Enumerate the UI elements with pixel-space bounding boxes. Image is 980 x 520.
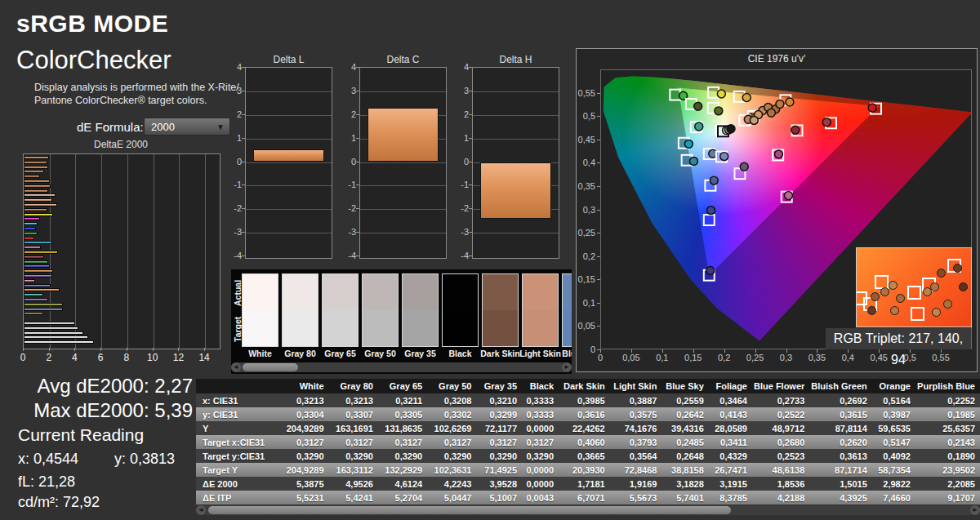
- cie-measured-point: [694, 102, 702, 110]
- deltae-bar: [24, 288, 60, 291]
- y-tick: [356, 91, 359, 91]
- table-cell: 0,3464: [709, 393, 752, 407]
- delta-c-y-tick-label: 2: [341, 109, 356, 119]
- table-row: y: CIE310,33040,33070,33050,33020,32990,…: [196, 407, 980, 421]
- page-title: ColorChecker: [16, 46, 172, 75]
- table-cell: 0,3127: [329, 435, 378, 449]
- gridline: [360, 209, 446, 210]
- cie-y-tick: [597, 140, 600, 140]
- delta-c-y-tick-label: -4: [341, 251, 356, 260]
- cie-y-tick-label: 0,25: [568, 228, 595, 238]
- table-cell: 102,6269: [427, 421, 476, 435]
- table-cell: 0,4060: [559, 435, 610, 449]
- deltae-x-tick-label: 0: [12, 352, 33, 363]
- y-tick: [469, 138, 472, 139]
- color-swatch-dark-skin: [482, 273, 519, 347]
- deltae-bar: [24, 166, 48, 169]
- cie-x-tick-label: 0,1: [648, 353, 677, 362]
- table-cell: 0,3411: [709, 435, 752, 449]
- swatch-actual: [323, 274, 358, 310]
- gridline: [246, 115, 332, 116]
- table-column-header: Black: [522, 379, 559, 393]
- deltae-bar: [24, 279, 35, 282]
- color-swatch-gray-35: [402, 273, 439, 347]
- delta-l-y-tick-label: 4: [227, 62, 242, 72]
- delta-c-y-tick-label: -1: [341, 180, 356, 189]
- gridline: [360, 185, 446, 186]
- deltae-bar: [24, 217, 40, 220]
- table-cell: 28,0589: [709, 421, 752, 435]
- table-cell: 0,1890: [915, 449, 980, 463]
- deltae-x-axis-labels: 02468101214: [23, 352, 235, 363]
- swatch-scroll-right-button[interactable]: ►: [562, 362, 572, 372]
- table-scrollbar-thumb[interactable]: [208, 506, 731, 514]
- inset-measured-point: [867, 306, 876, 315]
- table-row: Target Y204,9289163,3112132,2929102,3631…: [196, 463, 980, 477]
- table-cell: 0,3290: [329, 449, 378, 463]
- delta-l-bar: [253, 149, 323, 162]
- table-cell: 0,3575: [610, 407, 662, 421]
- table-column-header: Blue Sky: [662, 379, 708, 393]
- table-row-label: Target Y: [196, 463, 279, 477]
- swatch-label: Black: [439, 349, 482, 358]
- cie-x-tick: [631, 349, 632, 353]
- cie-y-tick-label: 0,5: [568, 111, 595, 121]
- cie-x-tick-label: 0,45: [864, 353, 893, 362]
- delta-l-y-tick-label: 0: [227, 157, 242, 167]
- swatch-actual: [283, 274, 318, 310]
- table-scrollbar[interactable]: ◄ ►: [196, 505, 980, 515]
- table-cell: 7,4660: [872, 491, 915, 504]
- table-cell: 0,2648: [662, 449, 708, 463]
- y-tick: [242, 184, 245, 185]
- table-scroll-left-button[interactable]: ◄: [196, 505, 206, 515]
- table-cell: 58,7354: [872, 463, 915, 477]
- cie-measured-point: [742, 94, 751, 102]
- table-cell: 0,3127: [279, 435, 328, 449]
- table-cell: 0,3127: [378, 435, 427, 449]
- swatch-label: White: [238, 349, 282, 358]
- delta-h-y-tick-label: -1: [454, 180, 469, 189]
- y-tick: [356, 162, 359, 162]
- table-cell: 132,2929: [378, 463, 427, 477]
- cie-y-tick: [597, 279, 600, 280]
- deltae-bar: [24, 170, 44, 173]
- table-cell: 0,3127: [427, 435, 476, 449]
- table-cell: 20,3930: [559, 463, 610, 477]
- deltae-bar: [24, 184, 51, 188]
- table-column-header: Blue Flower: [752, 379, 809, 393]
- deltae-bar: [24, 246, 41, 249]
- table-row: Target y:CIE310,32900,32900,32900,32900,…: [196, 449, 980, 463]
- deltae-gridline: [205, 154, 206, 349]
- table-cell: 0,2620: [809, 435, 871, 449]
- swatch-scrollbar-thumb[interactable]: [243, 363, 298, 371]
- cie-y-tick-label: 0: [568, 344, 595, 354]
- deltae-x-tick: [153, 348, 154, 351]
- cie-x-tick: [848, 349, 849, 353]
- table-cell: 0,3615: [809, 407, 871, 421]
- cie-y-tick: [597, 349, 600, 350]
- inset-measured-point: [930, 282, 939, 291]
- cie-y-tick-label: 0,4: [568, 158, 595, 167]
- swatch-target: [323, 310, 358, 346]
- gridline: [473, 115, 559, 116]
- cie-y-tick: [597, 303, 600, 304]
- swatch-scroll-left-button[interactable]: ◄: [231, 362, 241, 372]
- gridline: [473, 233, 559, 233]
- cd-value: 72,92: [63, 494, 100, 510]
- table-column-header: White: [279, 379, 328, 393]
- y-value: 0,3813: [130, 451, 175, 467]
- table-cell: 0,0000: [522, 421, 559, 435]
- deltae-bar: [24, 175, 40, 178]
- de-formula-dropdown[interactable]: 2000 ▼: [144, 118, 230, 136]
- table-cell: 4,3925: [809, 491, 871, 504]
- table-cell: 4,2188: [752, 491, 809, 504]
- table-cell: 0,3208: [427, 393, 476, 407]
- swatch-label: Gray 80: [278, 349, 322, 358]
- inset-measured-point: [889, 281, 898, 290]
- table-cell: 5,0447: [427, 491, 476, 504]
- delta-h-y-tick-label: -4: [454, 251, 469, 260]
- table-cell: 163,3112: [329, 463, 378, 477]
- table-column-header: [196, 379, 279, 393]
- swatch-scrollbar[interactable]: ◄ ►: [231, 362, 572, 372]
- table-scroll-right-button[interactable]: ►: [970, 505, 980, 515]
